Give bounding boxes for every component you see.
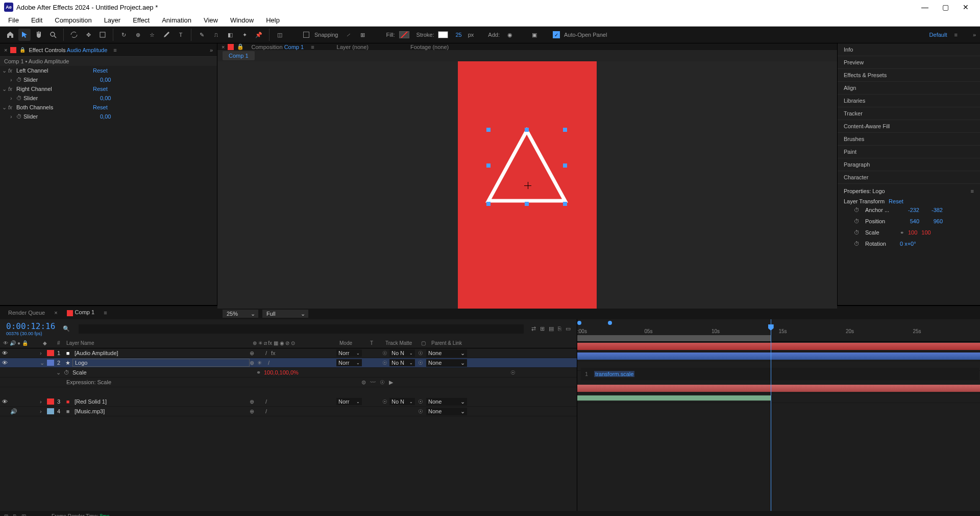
matte-dropdown[interactable]: No N⌄ [389,349,415,357]
workspace-menu-icon[interactable]: ≡ [954,32,957,38]
bezier-button[interactable]: ▣ [528,29,541,41]
maximize-button[interactable]: ▢ [935,3,955,11]
snap-options-icon[interactable]: ⟋ [342,29,355,41]
footage-tab[interactable]: Footage (none) [406,44,453,50]
layer-track[interactable] [577,342,980,351]
expr-enable-icon[interactable]: ⊜ [361,379,366,386]
parent-dropdown[interactable]: None⌄ [426,349,467,357]
fx-right-slider[interactable]: ›⏱Slider0,00 [0,93,217,103]
scale-x[interactable]: 100 [908,229,917,236]
stopwatch-icon[interactable]: ⏱ [854,241,861,247]
layer-track[interactable] [577,351,980,361]
mode-dropdown[interactable]: Norr⌄ [336,359,362,366]
tl-icon-3[interactable]: ▤ [549,325,554,332]
stroke-swatch[interactable] [438,31,448,38]
panel-brushes[interactable]: Brushes [838,133,980,146]
comp-flow-tab[interactable]: Comp 1 [223,51,255,60]
minimize-button[interactable]: — [915,3,935,11]
timeline-search-input[interactable] [79,324,524,334]
parent-dropdown[interactable]: None⌄ [426,398,467,406]
time-ruler[interactable]: :00s 05s 10s 15s 20s 25s [577,319,980,342]
rotobrush-tool[interactable]: ✦ [238,29,251,41]
selection-tool[interactable] [18,29,31,41]
stopwatch-icon[interactable]: ⏱ [64,369,69,376]
matte-dropdown[interactable]: No N⌄ [389,359,415,366]
panel-libraries[interactable]: Libraries [838,95,980,107]
comp-tab-menu-icon[interactable]: ≡ [311,44,314,50]
comp-title[interactable]: Composition Comp 1 [247,44,308,50]
link-icon[interactable]: ⚭ [256,369,261,376]
panel-info[interactable]: Info [838,43,980,56]
scale-value[interactable]: 100,0,100,0% [264,369,299,376]
resolution-selector[interactable]: Full [262,310,308,318]
position-x[interactable]: 540 [900,218,919,224]
anchor-point-icon[interactable] [524,182,531,189]
selected-triangle-shape[interactable] [483,127,570,208]
add-mode-button[interactable]: ◉ [504,29,516,41]
menu-edit[interactable]: Edit [25,16,48,24]
zoom-tool[interactable] [47,29,59,41]
canvas[interactable] [458,61,597,309]
rotation-value[interactable]: 0 x+0° [900,241,916,247]
menu-layer[interactable]: Layer [98,16,127,24]
brush-tool[interactable]: ✎ [195,29,208,41]
hand-tool[interactable] [33,29,45,41]
rectangle-tool[interactable] [96,29,109,41]
tlf-icon3[interactable]: ◫ [21,513,26,517]
expr-link-icon[interactable]: ☉ [510,369,516,376]
panel-content-aware[interactable]: Content-Aware Fill [838,120,980,133]
workarea-start-handle[interactable] [577,321,581,325]
playhead[interactable] [771,319,771,511]
home-tool[interactable] [4,29,16,41]
matte-dropdown[interactable]: No N⌄ [389,398,415,405]
panel-paragraph[interactable]: Paragraph [838,158,980,171]
comp-lock-icon[interactable]: 🔒 [237,43,244,50]
autoopen-checkbox[interactable]: ✓ [553,31,560,38]
tlf-icon2[interactable]: ⎘ [13,513,16,517]
workspace-selector[interactable]: Default [929,32,947,38]
timeline-layer-row[interactable]: 👁 ⌄ 2 ★ Logo ⊕✳/ Norr⌄ ☉No N⌄ ☉None⌄ [0,358,577,368]
render-queue-tab[interactable]: Render Queue [4,310,49,316]
timeline-tab-menu-icon[interactable]: ≡ [104,310,107,316]
eraser-tool[interactable]: ◧ [224,29,236,41]
mode-dropdown[interactable]: Norr⌄ [336,398,362,405]
panel-overflow-icon[interactable]: » [210,47,213,53]
selection-handle[interactable] [486,202,491,206]
selection-handle[interactable] [563,202,567,206]
link-icon[interactable]: ⚭ [900,230,904,236]
stopwatch-icon[interactable]: ⏱ [854,218,861,224]
layer-track[interactable] [577,384,980,393]
puppet-tool[interactable]: 📌 [253,29,265,41]
anchor-tool[interactable]: ⊕ [132,29,144,41]
search-icon[interactable]: 🔍 [63,325,71,332]
fill-swatch[interactable] [399,31,409,38]
snapping-checkbox[interactable] [303,32,309,38]
clone-tool[interactable]: ⎍ [210,29,222,41]
position-y[interactable]: 960 [923,218,943,224]
selection-handle[interactable] [563,128,567,132]
expr-menu-icon[interactable]: ▶ [389,379,393,386]
panel-align[interactable]: Align [838,82,980,95]
timeline-comp-tab[interactable]: Comp 1 [63,309,99,316]
stopwatch-icon[interactable]: ⏱ [854,207,861,213]
layer-track[interactable] [577,393,980,403]
panel-preview[interactable]: Preview [838,56,980,69]
menu-view[interactable]: View [198,16,224,24]
properties-menu-icon[interactable]: ≡ [971,188,974,194]
fx-left-channel[interactable]: ⌄fxLeft ChannelReset [0,66,217,75]
panel-menu-icon[interactable]: ≡ [113,47,116,53]
tl-icon-5[interactable]: ▭ [566,325,571,332]
menu-window[interactable]: Window [224,16,260,24]
menu-effect[interactable]: Effect [127,16,156,24]
tl-icon-4[interactable]: ⎘ [558,325,561,332]
selection-handle[interactable] [486,128,491,132]
lock-icon[interactable]: 🔒 [19,47,26,53]
scale-y[interactable]: 100 [921,229,930,236]
expression-editor[interactable]: 1 transform.scale [581,368,979,380]
pen-tool[interactable] [160,29,173,41]
menu-animation[interactable]: Animation [156,16,198,24]
stopwatch-icon[interactable]: ⏱ [854,229,861,236]
parent-dropdown[interactable]: None⌄ [426,359,467,367]
selection-handle[interactable] [525,202,529,206]
fx-right-channel[interactable]: ⌄fxRight ChannelReset [0,84,217,93]
